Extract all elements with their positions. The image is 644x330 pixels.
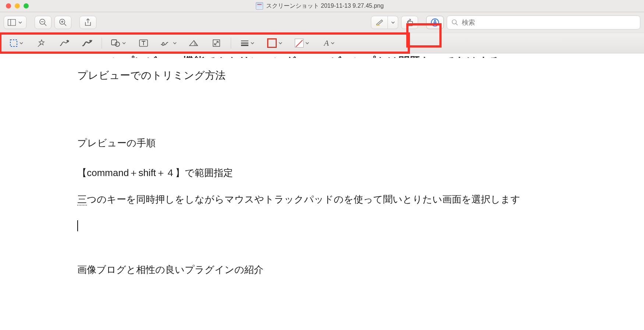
zoom-in-button[interactable] (54, 16, 71, 29)
shortcut-line: 【command＋shift＋４】で範囲指定 (77, 165, 567, 181)
heading-steps: プレビューの手順 (77, 136, 567, 151)
document-icon (256, 2, 263, 10)
text-tool[interactable] (133, 36, 154, 50)
window-title: スクリーンショット 2019-11-13 9.27.45.png (29, 2, 611, 10)
instruction-line: 三つのキーを同時押しをしながらマウスやトラックパッドのを使って聞いとりたい画面を… (77, 192, 567, 207)
window-title-text: スクリーンショット 2019-11-13 9.27.45.png (266, 2, 383, 10)
traffic-lights (0, 3, 29, 8)
close-window-button[interactable] (6, 3, 11, 8)
toolbar-divider (102, 38, 102, 49)
svg-point-12 (452, 20, 456, 24)
minimize-window-button[interactable] (15, 3, 20, 8)
sidebar-view-button[interactable] (4, 16, 26, 29)
svg-rect-10 (408, 21, 413, 26)
svg-rect-14 (10, 40, 17, 46)
svg-line-3 (44, 24, 46, 26)
adjust-color-tool[interactable] (183, 36, 204, 50)
sketch-tool[interactable] (54, 36, 75, 50)
toolbar-divider (231, 38, 231, 49)
text-style-tool[interactable]: A (316, 36, 342, 50)
svg-line-6 (64, 24, 66, 26)
selection-tool[interactable] (4, 36, 29, 50)
titlebar: スクリーンショット 2019-11-13 9.27.45.png (0, 0, 644, 12)
svg-line-15 (38, 44, 41, 47)
document-canvas[interactable]: こここにプレビュー 機能でカトリンニングここのビニンプトは問題ないてきはまる プ… (0, 53, 644, 330)
heading-trimming: プレビューでのトリミング方法 (77, 67, 567, 84)
border-style-tool[interactable] (235, 36, 261, 50)
highlighter-split-button[interactable] (371, 16, 398, 29)
instruction-underlined-prefix: 三 (77, 194, 87, 206)
heading-plugins: 画像ブログと相性の良いプラグインの紹介 (77, 262, 567, 278)
instruction-body: つのキーを同時押しをしながらマウスやトラックパッドのを使って聞いとりたい画面を選… (87, 194, 520, 205)
border-color-tool[interactable] (262, 36, 288, 50)
zoom-out-button[interactable] (35, 16, 52, 29)
svg-line-13 (456, 23, 457, 25)
svg-rect-9 (376, 25, 380, 26)
instant-alpha-tool[interactable] (31, 36, 52, 50)
text-style-icon: A (324, 38, 329, 48)
shortcut-text: command＋shift＋４】で範囲指定 (87, 167, 233, 178)
fullscreen-window-button[interactable] (24, 3, 29, 8)
draw-tool[interactable] (77, 36, 98, 50)
sign-tool[interactable] (156, 36, 181, 50)
svg-point-17 (115, 42, 120, 46)
markup-toggle-button[interactable] (426, 16, 444, 29)
fill-color-swatch-icon (295, 39, 304, 48)
markup-toolbar: A (0, 33, 644, 53)
search-icon (452, 19, 458, 26)
highlighter-menu-button[interactable] (388, 16, 398, 29)
adjust-size-tool[interactable] (206, 36, 227, 50)
fill-color-tool[interactable] (289, 36, 315, 50)
share-button[interactable] (79, 16, 96, 29)
highlighter-button[interactable] (371, 16, 388, 29)
rotate-left-button[interactable] (401, 16, 418, 29)
search-field[interactable] (447, 15, 640, 29)
text-cursor (77, 218, 567, 233)
shapes-tool[interactable] (106, 36, 131, 50)
bracket-open: 【 (77, 167, 87, 178)
truncated-top-line: こここにプレビュー 機能でカトリンニングここのビニンプトは問題ないてきはまる (77, 53, 567, 58)
border-color-swatch-icon (267, 38, 277, 48)
main-toolbar (0, 12, 644, 33)
svg-rect-0 (8, 20, 16, 26)
search-input[interactable] (461, 18, 636, 27)
